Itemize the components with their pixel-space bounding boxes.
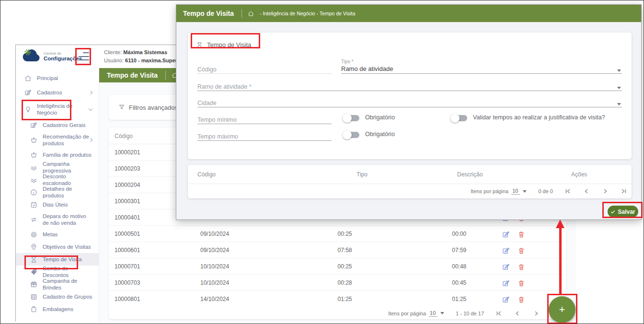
client-value: Máxima Sistemas [123, 49, 167, 55]
dropdown-caret-icon[interactable] [523, 190, 527, 193]
cell-codigo: 10000703 [115, 279, 140, 286]
cell: 07:58 [338, 247, 352, 254]
column-header-descricao: Descrição [457, 171, 483, 178]
ramo-select[interactable] [197, 85, 622, 91]
sidebar-item-label: Tempo de Visita [43, 256, 92, 263]
table-row: 1000080114/10/202401:2501:25 [109, 291, 566, 307]
plus-icon: + [559, 303, 565, 316]
next-page-icon[interactable] [533, 311, 539, 316]
delete-row-icon[interactable] [518, 263, 525, 271]
sidebar: Principal Cadastros Inteligência de Negó… [16, 68, 99, 322]
check-icon [610, 209, 615, 214]
previous-page-icon[interactable] [514, 311, 520, 316]
cell: 07:59 [452, 247, 466, 254]
sidebar-item-label: Objetivos de Visitas [43, 243, 92, 250]
edit-row-icon[interactable] [502, 263, 510, 271]
sidebar-item-tempo-de-visita[interactable]: Tempo de Visita [16, 253, 99, 266]
column-header-codigo: Código [115, 133, 133, 139]
obrigatorio-maximo-toggle[interactable] [344, 132, 359, 138]
client-label: Cliente: [104, 49, 122, 55]
cell-codigo: 10000601 [115, 247, 140, 254]
tempo-minimo-input[interactable] [197, 118, 332, 124]
dialog-table-header-row: Código Tipo Descrição Ações [188, 165, 632, 184]
hamburger-menu-icon[interactable] [79, 52, 89, 60]
sidebar-item-embalagens[interactable]: Embalagens [16, 303, 99, 315]
edit-row-icon[interactable] [502, 231, 510, 238]
sidebar-item-recomendacao-de-produtos[interactable]: Recomendação de produtos [16, 131, 99, 149]
sidebar-item-familia-de-produtos[interactable]: Família de produtos [16, 149, 99, 161]
sidebar-item-label: Embalagens [43, 306, 92, 312]
dropdown-caret-icon[interactable] [617, 103, 621, 105]
cell-codigo: 10000204 [115, 182, 140, 188]
pagination-range: 0 de 0 [538, 188, 553, 194]
cidade-select[interactable] [197, 101, 622, 107]
save-button-label: Salvar [618, 208, 635, 215]
previous-page-icon[interactable] [583, 188, 589, 194]
items-per-page-select[interactable]: 10 [511, 188, 520, 195]
sidebar-item-combo-de-descontos[interactable]: Combo de Descontos [16, 266, 99, 278]
sidebar-item-dias-uteis[interactable]: Dias Úteis [16, 198, 99, 211]
dropdown-caret-icon[interactable] [617, 69, 621, 72]
sidebar-item-label: Principal [37, 75, 81, 81]
hourglass-icon [30, 256, 37, 263]
delete-row-icon[interactable] [518, 231, 525, 238]
obrigatorio-minimo-toggle[interactable] [344, 115, 359, 121]
header-separator [165, 71, 166, 80]
sidebar-item-desconto-escalonado[interactable]: Desconto escalonado [16, 174, 99, 186]
swap-arrows-icon [30, 216, 37, 223]
save-button[interactable]: Salvar [608, 206, 638, 218]
cell: 00:25 [338, 231, 352, 237]
sidebar-item-objetivos-de-visitas[interactable]: Objetivos de Visitas [16, 241, 99, 253]
sidebar-item-principal[interactable]: Principal [16, 71, 99, 85]
edit-row-icon[interactable] [502, 247, 510, 255]
sidebar-item-cadastros[interactable]: Cadastros [16, 85, 99, 100]
last-page-icon[interactable] [621, 188, 627, 194]
table-row: 1000070110/10/202400:2500:48 [109, 258, 566, 275]
sidebar-item-cadastros-gerais[interactable]: Cadastros Gerais [16, 119, 99, 131]
delete-row-icon[interactable] [518, 279, 525, 287]
cell: 00:45 [452, 279, 466, 286]
first-page-icon[interactable] [564, 188, 571, 194]
edit-row-icon[interactable] [502, 279, 510, 287]
header-separator [242, 9, 242, 18]
codigo-input [197, 68, 332, 74]
sidebar-item-label: Detalhes de produtos [43, 185, 92, 199]
cell-codigo: 10000401 [115, 214, 140, 221]
cloud-logo-icon [22, 49, 41, 63]
page-title: Tempo de Visita [99, 71, 158, 79]
add-button[interactable]: + [549, 296, 575, 323]
sidebar-item-label: Inteligência de Negócio [37, 103, 81, 116]
cell-codigo: 10000501 [115, 231, 140, 237]
filters-label: Filtros avançados [129, 104, 178, 111]
sidebar-item-inteligencia-de-negocio[interactable]: Inteligência de Negócio [16, 100, 99, 119]
items-per-page-select[interactable]: 10 [429, 310, 437, 317]
cell: 00:48 [452, 263, 466, 270]
sidebar-item-depara-motivo-nao-venda[interactable]: Depara do motivo de não venda [16, 211, 99, 228]
column-header-codigo: Código [197, 171, 216, 178]
cell: 14/10/2024 [200, 296, 229, 302]
annotation-arrow-head [556, 220, 564, 228]
user-label: Usuário: [104, 58, 124, 63]
dropdown-caret-icon[interactable] [440, 312, 444, 314]
validar-tempos-toggle[interactable] [452, 115, 467, 121]
sidebar-item-cadastro-de-grupos[interactable]: Cadastro de Grupos [16, 290, 99, 303]
cart-icon [30, 137, 37, 144]
tipo-field-label: Tipo * [341, 59, 354, 64]
edit-icon [30, 122, 37, 129]
sidebar-item-metas[interactable]: Metas [16, 228, 99, 241]
dropdown-caret-icon[interactable] [617, 87, 621, 89]
home-icon[interactable] [248, 11, 254, 17]
sidebar-item-campanha-progressiva[interactable]: Campanha progressiva [16, 161, 99, 174]
tipo-select[interactable] [341, 68, 622, 74]
delete-row-icon[interactable] [518, 296, 525, 303]
edit-row-icon[interactable] [502, 296, 510, 303]
dialog-title: Tempo de Visita [176, 10, 234, 17]
sidebar-item-detalhes-de-produtos[interactable]: Detalhes de produtos [16, 186, 99, 198]
delete-row-icon[interactable] [518, 247, 525, 255]
grid-icon [30, 293, 37, 301]
tempo-maximo-input[interactable] [197, 135, 332, 141]
sidebar-item-campanha-de-brindes[interactable]: Campanha de Brindes [16, 278, 99, 290]
hourglass-icon [196, 42, 203, 48]
first-page-icon[interactable] [495, 311, 502, 316]
next-page-icon[interactable] [602, 188, 608, 194]
